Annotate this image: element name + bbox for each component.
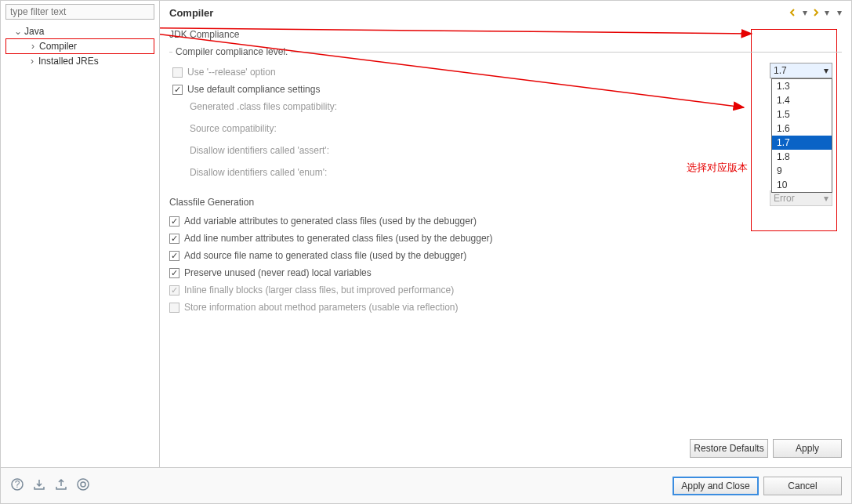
generated-class-label: Generated .class files compatibility: xyxy=(172,98,839,115)
import-icon[interactable] xyxy=(32,477,46,494)
cf-var-checkbox[interactable] xyxy=(169,216,179,227)
restore-defaults-button[interactable]: Restore Defaults xyxy=(690,439,768,458)
combo-caret-icon: ▾ xyxy=(824,65,828,76)
dropdown-option[interactable]: 1.8 xyxy=(772,150,832,164)
cf-line-checkbox[interactable] xyxy=(169,234,179,244)
dropdown-option-selected[interactable]: 1.7 xyxy=(772,136,832,150)
compliance-legend: Compiler compliance level: xyxy=(172,46,291,57)
cf-var-label: Add variable attributes to generated cla… xyxy=(184,216,477,227)
expander-icon: › xyxy=(28,41,38,52)
tree-item-compiler[interactable]: › Compiler xyxy=(5,38,154,54)
export-icon[interactable] xyxy=(54,477,68,494)
forward-button[interactable] xyxy=(810,7,821,18)
forward-menu-icon[interactable]: ▾ xyxy=(825,7,829,18)
compiler-page: Compiler ▾ ▾ ▾ 选择对应版本 JDK Compliance Com… xyxy=(160,1,851,467)
svg-point-4 xyxy=(78,479,89,490)
compliance-fieldset: Compiler compliance level: 1.7 ▾ 1.3 1.4… xyxy=(169,46,842,186)
page-title: Compiler xyxy=(169,7,213,19)
compliance-level-combo[interactable]: 1.7 ▾ xyxy=(770,63,832,78)
dropdown-option[interactable]: 10 xyxy=(772,178,832,192)
expander-icon: ⌄ xyxy=(13,26,23,37)
tree-item-java[interactable]: ⌄ Java xyxy=(5,24,154,38)
cf-preserve-label: Preserve unused (never read) local varia… xyxy=(184,267,372,278)
use-default-checkbox[interactable] xyxy=(172,85,183,95)
svg-text:?: ? xyxy=(15,479,20,490)
back-button[interactable] xyxy=(789,7,799,18)
help-icon[interactable]: ? xyxy=(10,477,24,494)
cf-src-checkbox[interactable] xyxy=(169,251,179,261)
use-release-checkbox xyxy=(172,67,183,78)
combo-value: 1.7 xyxy=(774,65,787,76)
apply-and-close-button[interactable]: Apply and Close xyxy=(673,477,759,495)
dropdown-option[interactable]: 1.4 xyxy=(772,93,832,107)
combo-value: Error xyxy=(774,193,795,204)
tree-item-installed-jres[interactable]: › Installed JREs xyxy=(5,54,154,68)
preferences-tree: ⌄ Java › Compiler › Installed JREs xyxy=(5,24,154,68)
cf-store-checkbox xyxy=(169,303,179,313)
dialog-footer: ? Apply and Close Cancel xyxy=(1,467,851,503)
jdk-compliance-title: JDK Compliance xyxy=(169,29,239,40)
preferences-sidebar: ⌄ Java › Compiler › Installed JREs xyxy=(1,1,160,467)
cancel-button[interactable]: Cancel xyxy=(763,477,842,495)
disallow-assert-label: Disallow identifiers called 'assert': xyxy=(172,142,839,159)
tree-label: Compiler xyxy=(39,41,77,52)
dropdown-option[interactable]: 9 xyxy=(772,164,832,178)
cf-inline-checkbox xyxy=(169,285,179,296)
tree-label: Installed JREs xyxy=(38,56,99,67)
disallow-enum-label: Disallow identifiers called 'enum': xyxy=(172,164,839,181)
oomph-icon[interactable] xyxy=(76,477,90,494)
tree-label: Java xyxy=(24,26,44,37)
classfile-title: Classfile Generation xyxy=(169,197,254,208)
use-release-label: Use '--release' option xyxy=(187,67,276,78)
dropdown-option[interactable]: 1.6 xyxy=(772,121,832,136)
dropdown-option[interactable]: 1.3 xyxy=(772,79,832,93)
compliance-dropdown: 1.3 1.4 1.5 1.6 1.7 1.8 9 10 xyxy=(771,78,832,193)
enum-error-combo: Error ▾ xyxy=(770,190,832,206)
source-compat-label: Source compatibility: xyxy=(172,120,839,137)
dropdown-option[interactable]: 1.5 xyxy=(772,107,832,121)
apply-button[interactable]: Apply xyxy=(773,439,842,458)
expander-icon: › xyxy=(27,56,37,67)
cf-inline-label: Inline finally blocks (larger class file… xyxy=(184,285,454,296)
filter-input[interactable] xyxy=(5,4,154,20)
cf-line-label: Add line number attributes to generated … xyxy=(184,233,493,244)
cf-preserve-checkbox[interactable] xyxy=(169,268,179,278)
view-menu-icon[interactable]: ▾ xyxy=(837,7,842,18)
back-menu-icon[interactable]: ▾ xyxy=(803,7,807,18)
svg-point-5 xyxy=(81,482,85,487)
use-default-label: Use default compliance settings xyxy=(187,84,320,95)
cf-src-label: Add source file name to generated class … xyxy=(184,250,466,261)
cf-store-label: Store information about method parameter… xyxy=(184,302,459,313)
combo-caret-icon: ▾ xyxy=(824,193,828,204)
